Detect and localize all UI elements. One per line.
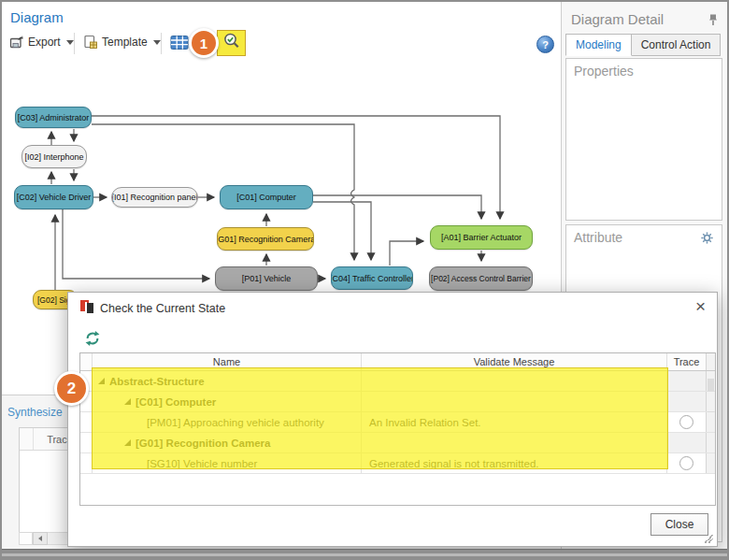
app-window: Diagram Export Template ? [0,0,729,560]
node-p01-vehicle[interactable]: [P01] Vehicle [215,266,318,291]
detail-tabs: Modeling Control Action [565,34,721,56]
row-name: [PM01] Approaching vehicle authority [147,417,324,428]
page-title: Diagram [10,9,64,25]
export-label: Export [28,36,61,49]
node-a01-barrier-actuator[interactable]: [A01] Barrier Actuator [430,225,533,250]
dialog-close-icon[interactable]: × [695,296,706,317]
attribute-label: Attribute [574,230,622,245]
refresh-icon [84,330,101,347]
toolbar-separator [161,33,162,54]
app-logo-icon [79,299,94,314]
validate-tool-highlight [217,30,246,56]
help-button[interactable]: ? [536,36,554,53]
table-row[interactable]: [C01] Computer [80,392,715,412]
table-scrollbar[interactable] [706,371,715,391]
node-p02-access-control-barrier[interactable]: [P02] Access Control Barrier [429,266,533,291]
template-label: Template [102,36,148,49]
expander-column [80,353,93,370]
dialog-title: Check the Current State [100,302,225,315]
node-c03-administrator[interactable]: [C03] Administrator [15,107,92,128]
template-icon [83,35,98,50]
node-g01-recognition-camera[interactable]: [G01] Recognition Camera [217,227,314,251]
validation-table: Name Validate Message Trace Abstract-Str… [79,352,716,506]
name-header-label: Name [213,356,240,367]
window-frame-bottom [2,549,727,558]
grid-view-button[interactable] [170,35,189,50]
resize-grip[interactable] [704,534,713,543]
row-name: Abstract-Structure [109,376,205,387]
tab-synthesize[interactable]: Synthesize [7,406,63,419]
message-column-header: Validate Message [362,353,667,370]
node-c02-vehicle-driver[interactable]: [C02] Vehicle Driver [14,185,93,209]
node-i01-recognition-panel[interactable]: [I01] Recognition panel [111,187,198,208]
gear-icon[interactable] [700,231,714,245]
tab-control-action[interactable]: Control Action [632,34,722,56]
expander-icon[interactable] [124,439,131,446]
step-badge-2: 2 [54,371,89,406]
table-row[interactable]: Abstract-Structure [80,371,715,392]
template-caret-icon [153,40,161,45]
row-message: Generated signal is not transmitted. [369,458,539,469]
expander-icon[interactable] [98,378,105,384]
toolbar-separator [74,33,75,54]
node-c01-computer[interactable]: [C01] Computer [220,185,313,209]
export-button[interactable]: Export [9,35,74,50]
check-current-state-dialog: Check the Current State × Name Validate … [67,292,718,547]
row-message: An Invalid Relation Set. [369,417,481,428]
toolbar: Export Template [2,30,559,58]
trace-radio[interactable] [679,456,693,470]
message-header-label: Validate Message [474,356,555,367]
close-button[interactable]: Close [650,513,708,536]
trace-radio[interactable] [679,415,693,429]
properties-label: Properties [574,64,634,79]
step-badge-1: 1 [189,28,219,58]
selector-column [20,428,34,450]
node-c04-traffic-controller[interactable]: [C04] Traffic Controller [331,266,413,290]
export-caret-icon [66,40,74,45]
row-name: [SG10] Vehicle number [147,458,257,469]
export-save-icon [9,35,24,50]
name-column-header: Name [93,353,362,370]
table-scrollbar[interactable] [706,353,715,370]
scroll-left-button[interactable] [33,532,48,545]
pin-icon[interactable] [708,13,719,26]
scroll-left-icon [38,536,42,541]
grid-icon [170,35,189,50]
table-row[interactable]: [G01] Recognition Camera [80,433,715,453]
template-button[interactable]: Template [83,35,161,50]
panel-title: Diagram Detail [571,11,664,27]
refresh-button[interactable] [84,330,101,347]
tab-modeling[interactable]: Modeling [565,34,632,56]
scrollbar-corner [19,532,33,545]
validate-check-button[interactable] [222,32,241,54]
table-row[interactable]: [SG10] Vehicle number Generated signal i… [80,453,715,474]
validation-table-header: Name Validate Message Trace [80,353,715,371]
expander-icon[interactable] [124,398,131,405]
trace-header-label: Trace [674,356,700,367]
node-i02-interphone[interactable]: [I02] Interphone [21,145,87,168]
help-question-icon: ? [542,39,549,50]
row-name: [G01] Recognition Camera [136,438,270,449]
row-name: [C01] Computer [136,396,216,408]
magnifier-check-icon [222,32,241,50]
properties-section: Properties [565,58,722,221]
trace-column-header: Trace [667,353,706,370]
table-row[interactable]: [PM01] Approaching vehicle authority An … [80,412,715,433]
